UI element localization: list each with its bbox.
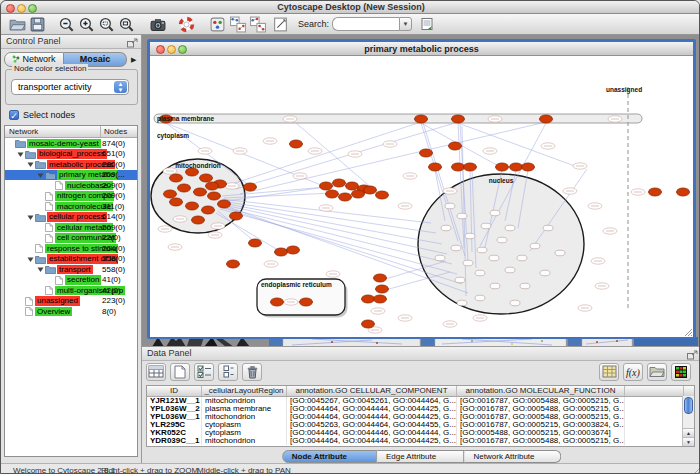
network-node-small[interactable] [441, 225, 451, 231]
network-node[interactable] [420, 149, 433, 157]
tab-node-attribute-browser[interactable]: Node Attribute Browser [282, 450, 377, 463]
network-overlay-2-button[interactable] [248, 15, 266, 33]
network-node[interactable] [230, 212, 243, 220]
table-row[interactable]: YLR295Ccytoplasm[GO:0045263, GO:0044464,… [147, 421, 694, 429]
network-node[interactable] [362, 320, 375, 328]
network-node[interactable] [452, 163, 465, 171]
color-mapper-button[interactable] [208, 15, 226, 33]
open-button[interactable] [8, 15, 26, 33]
network-node-small[interactable] [505, 267, 515, 273]
network-node[interactable] [192, 216, 205, 224]
network-node[interactable] [452, 115, 465, 123]
network-node-small[interactable] [530, 243, 540, 249]
network-node[interactable] [249, 239, 262, 247]
table-row[interactable]: YPL036W__1mitochondrion[GO:0044464, GO:0… [147, 413, 694, 421]
network-node[interactable] [170, 198, 183, 206]
export-table-button[interactable] [599, 363, 619, 381]
table-row[interactable]: YPL036W__2plasma membrane[GO:0044464, GO… [147, 405, 694, 413]
network-node[interactable] [186, 202, 199, 210]
network-node-small[interactable] [455, 277, 465, 283]
table-column-header-2[interactable]: annotation.GO CELLULAR_COMPONENT [287, 386, 457, 396]
network-node[interactable] [429, 163, 442, 171]
network-node-small[interactable] [451, 245, 461, 251]
tab-scroll-right-icon[interactable]: ▶ [131, 56, 136, 64]
color-matrix-button[interactable] [671, 363, 691, 381]
network-node[interactable] [290, 140, 303, 148]
network-view-window[interactable]: primary metabolic process plasma membran… [147, 39, 696, 339]
network-node-small[interactable] [490, 283, 500, 289]
table-column-header-0[interactable]: ID [147, 386, 202, 396]
network-node[interactable] [218, 200, 231, 208]
network-node-small[interactable] [490, 210, 500, 216]
network-node[interactable] [178, 184, 191, 192]
network-node[interactable] [364, 186, 377, 194]
network-node[interactable] [346, 182, 359, 190]
network-node[interactable] [271, 298, 284, 306]
network-node[interactable] [449, 142, 462, 150]
import-table-button[interactable] [647, 363, 667, 381]
help-button[interactable] [177, 15, 195, 33]
tree-item-secretion[interactable]: secretion41(0) [5, 275, 137, 286]
table-row[interactable]: YJR121W__1mitochondrion[GO:0045267, GO:0… [147, 397, 694, 405]
search-options-dropdown[interactable]: ▼ [399, 17, 412, 31]
tree-item-metabolic-process[interactable]: metabolic process280(0) [5, 159, 137, 170]
float-panel-icon[interactable] [126, 36, 138, 46]
network-node[interactable] [522, 163, 535, 171]
save-button[interactable] [28, 15, 46, 33]
select-nodes-checkbox[interactable]: ✓ [9, 110, 19, 120]
network-node-small[interactable] [445, 203, 455, 209]
network-node-small[interactable] [517, 255, 527, 261]
tree-item-macromolecule[interactable]: macromolecule311(0) [5, 201, 137, 212]
snapshot-button[interactable] [148, 15, 166, 33]
network-node[interactable] [287, 246, 300, 254]
network-node-small[interactable] [475, 295, 485, 301]
network-canvas[interactable]: plasma membranecytoplasmmitochondrionnuc… [150, 56, 693, 337]
network-node-small[interactable] [520, 283, 530, 289]
tree-item-cellular-metabo[interactable]: cellular metabo209(0) [5, 222, 137, 233]
network-node[interactable] [200, 174, 213, 182]
function-builder-button[interactable]: f(x) [623, 363, 643, 381]
attribute-table-button[interactable] [146, 363, 166, 381]
network-node[interactable] [677, 188, 690, 196]
select-attributes-button[interactable] [194, 363, 214, 381]
network-node[interactable] [649, 188, 662, 196]
deselect-attributes-button[interactable] [218, 363, 238, 381]
network-node[interactable] [415, 115, 428, 123]
network-node[interactable] [202, 206, 215, 214]
table-row[interactable]: YKR052Ccytoplasm[GO:0044464, GO:0044446,… [147, 429, 694, 437]
network-window-titlebar[interactable]: primary metabolic process [150, 42, 693, 56]
network-node-small[interactable] [489, 255, 499, 261]
network-node[interactable] [374, 274, 387, 282]
network-node[interactable] [320, 182, 333, 190]
network-node[interactable] [540, 115, 553, 123]
network-node-small[interactable] [457, 213, 467, 219]
zoom-fit-button[interactable] [117, 15, 135, 33]
network-node[interactable] [339, 193, 352, 201]
network-node-small[interactable] [510, 300, 520, 306]
tree-item-cellular-process[interactable]: cellular process614(0) [5, 212, 137, 223]
network-node[interactable] [362, 295, 375, 303]
network-node-small[interactable] [505, 225, 515, 231]
tree-item-establishment-of-lo[interactable]: establishment of lo558(0) [5, 254, 137, 265]
network-node[interactable] [374, 295, 387, 303]
annotation-button[interactable] [271, 15, 289, 33]
network-node[interactable] [300, 298, 313, 306]
network-node[interactable] [186, 168, 199, 176]
network-node-small[interactable] [465, 233, 475, 239]
network-node[interactable] [194, 188, 207, 196]
tree-column-divider[interactable] [100, 126, 101, 137]
network-node[interactable] [496, 163, 509, 171]
network-node-small[interactable] [497, 237, 507, 243]
table-column-header-filler[interactable] [625, 386, 684, 396]
tree-item-unassigned[interactable]: unassigned223(0) [5, 296, 137, 307]
search-input[interactable] [332, 17, 399, 31]
tree-item-transport[interactable]: transport558(0) [5, 264, 137, 275]
table-row[interactable]: YDR039C__1mitochondrion[GO:0044464, GO:0… [147, 437, 694, 445]
network-node-small[interactable] [457, 300, 467, 306]
network-node-small[interactable] [463, 260, 473, 266]
delete-attribute-button[interactable] [242, 363, 262, 381]
scroll-down-icon[interactable]: ▼ [683, 437, 694, 446]
title-bar[interactable]: Cytoscape Desktop (New Session) [1, 1, 700, 14]
network-overlay-button[interactable] [228, 15, 246, 33]
tab-edge-attribute-browser[interactable]: Edge Attribute Browser [377, 450, 465, 463]
